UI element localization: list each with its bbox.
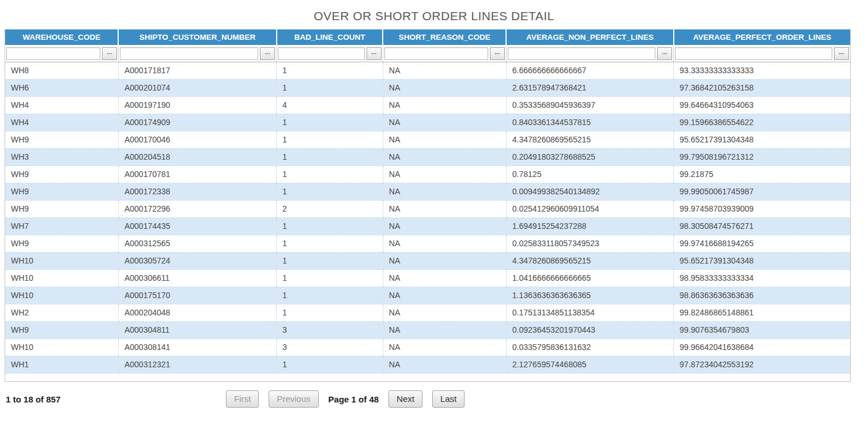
cell-warehouse_code: WH9 xyxy=(5,166,118,183)
previous-page-button[interactable]: Previous xyxy=(269,390,318,408)
pager-controls: First Previous Page 1 of 48 Next Last xyxy=(226,390,474,408)
cell-average_non_perfect_lines: 0.09236453201970443 xyxy=(506,322,673,339)
cell-average_perfect_order_lines: 95.65217391304348 xyxy=(674,131,850,149)
column-header-short_reason_code[interactable]: SHORT_REASON_CODE xyxy=(383,29,506,46)
cell-shipto_customer_number: A000174909 xyxy=(118,114,276,131)
table-row: WH7A0001744351NA1.69491525423728898.3050… xyxy=(5,218,850,235)
cell-shipto_customer_number: A000197190 xyxy=(118,97,276,114)
filter-input-average_non_perfect_lines[interactable] xyxy=(508,47,655,60)
cell-bad_line_count: 1 xyxy=(277,166,383,183)
cell-shipto_customer_number: A000312321 xyxy=(118,356,276,374)
filter-cell-shipto_customer_number: ... xyxy=(118,46,276,62)
cell-bad_line_count: 1 xyxy=(277,131,383,149)
cell-short_reason_code: NA xyxy=(383,97,506,114)
filter-input-short_reason_code[interactable] xyxy=(384,47,488,60)
column-header-bad_line_count[interactable]: BAD_LINE_COUNT xyxy=(277,29,383,46)
cell-warehouse_code: WH9 xyxy=(5,201,118,218)
cell-bad_line_count: 1 xyxy=(277,218,383,235)
cell-warehouse_code: WH1 xyxy=(5,356,118,374)
cell-average_perfect_order_lines: 99.99050061745987 xyxy=(674,183,850,201)
column-header-average_perfect_order_lines[interactable]: AVERAGE_PERFECT_ORDER_LINES xyxy=(674,29,850,46)
page-indicator: Page 1 of 48 xyxy=(329,394,379,404)
cell-shipto_customer_number: A000204518 xyxy=(118,149,276,166)
cell-short_reason_code: NA xyxy=(383,253,506,270)
header-row: WAREHOUSE_CODESHIPTO_CUSTOMER_NUMBERBAD_… xyxy=(5,29,850,46)
data-grid-container: WAREHOUSE_CODESHIPTO_CUSTOMER_NUMBERBAD_… xyxy=(5,29,851,382)
filter-input-warehouse_code[interactable] xyxy=(6,47,100,60)
cell-shipto_customer_number: A000305724 xyxy=(118,253,276,270)
cell-shipto_customer_number: A000312565 xyxy=(118,235,276,253)
cell-average_non_perfect_lines: 1.0416666666666665 xyxy=(506,270,673,287)
filter-cell-average_perfect_order_lines: ... xyxy=(674,46,850,62)
cell-short_reason_code: NA xyxy=(383,356,506,374)
cell-warehouse_code: WH4 xyxy=(5,97,118,114)
cell-average_perfect_order_lines: 98.30508474576271 xyxy=(674,218,850,235)
cell-average_non_perfect_lines: 0.35335689045936397 xyxy=(506,97,673,114)
cell-shipto_customer_number: A000308141 xyxy=(118,339,276,356)
filter-input-bad_line_count[interactable] xyxy=(278,47,365,60)
cell-warehouse_code: WH8 xyxy=(5,62,118,80)
cell-short_reason_code: NA xyxy=(383,114,506,131)
column-header-warehouse_code[interactable]: WAREHOUSE_CODE xyxy=(5,29,118,46)
table-row: WH9A0001723381NA0.00949938254013489299.9… xyxy=(5,183,850,201)
cell-shipto_customer_number: A000170046 xyxy=(118,131,276,149)
table-row: WH10A0003066111NA1.041666666666666598.95… xyxy=(5,270,850,287)
cell-shipto_customer_number: A000304811 xyxy=(118,322,276,339)
cell-average_non_perfect_lines: 4.3478260869565215 xyxy=(506,253,673,270)
cell-short_reason_code: NA xyxy=(383,166,506,183)
cell-short_reason_code: NA xyxy=(383,270,506,287)
cell-shipto_customer_number: A000201074 xyxy=(118,80,276,97)
table-row: WH4A0001749091NA0.840336134453781599.159… xyxy=(5,114,850,131)
filter-cell-short_reason_code: ... xyxy=(383,46,506,62)
cell-bad_line_count: 1 xyxy=(277,287,383,304)
column-header-shipto_customer_number[interactable]: SHIPTO_CUSTOMER_NUMBER xyxy=(118,29,276,46)
filter-input-average_perfect_order_lines[interactable] xyxy=(675,47,832,60)
cell-average_perfect_order_lines: 99.15966386554622 xyxy=(674,114,850,131)
cell-average_perfect_order_lines: 98.95833333333334 xyxy=(674,270,850,287)
table-row: WH1A0003123211NA2.12765957446808597.8723… xyxy=(5,356,850,374)
filter-options-button[interactable]: ... xyxy=(657,47,672,60)
cell-shipto_customer_number: A000172296 xyxy=(118,201,276,218)
table-row: WH6A0002010741NA2.63157894736842197.3684… xyxy=(5,80,850,97)
cell-average_non_perfect_lines: 0.78125 xyxy=(506,166,673,183)
cell-average_perfect_order_lines: 98.86363636363636 xyxy=(674,287,850,304)
filter-options-button[interactable]: ... xyxy=(102,47,117,60)
cell-warehouse_code: WH9 xyxy=(5,235,118,253)
cell-average_non_perfect_lines: 4.3478260869565215 xyxy=(506,131,673,149)
table-row: WH9A0003125651NA0.02583311805734952399.9… xyxy=(5,235,850,253)
cell-average_non_perfect_lines: 0.025412960609911054 xyxy=(506,201,673,218)
cell-short_reason_code: NA xyxy=(383,149,506,166)
first-page-button[interactable]: First xyxy=(226,390,259,408)
cell-warehouse_code: WH10 xyxy=(5,253,118,270)
filter-options-button[interactable]: ... xyxy=(834,47,849,60)
column-header-average_non_perfect_lines[interactable]: AVERAGE_NON_PERFECT_LINES xyxy=(506,29,673,46)
cell-bad_line_count: 1 xyxy=(277,114,383,131)
cell-short_reason_code: NA xyxy=(383,235,506,253)
filter-options-button[interactable]: ... xyxy=(367,47,382,60)
cell-shipto_customer_number: A000171817 xyxy=(118,62,276,80)
cell-bad_line_count: 1 xyxy=(277,253,383,270)
cell-short_reason_code: NA xyxy=(383,183,506,201)
record-range-label: 1 to 18 of 857 xyxy=(6,394,226,404)
filter-options-button[interactable]: ... xyxy=(260,47,275,60)
filter-input-shipto_customer_number[interactable] xyxy=(120,47,258,60)
pagination-bar: 1 to 18 of 857 First Previous Page 1 of … xyxy=(6,390,868,408)
table-row: WH3A0002045181NA0.2049180327868852599.79… xyxy=(5,149,850,166)
cell-bad_line_count: 1 xyxy=(277,356,383,374)
page-title: OVER OR SHORT ORDER LINES DETAIL xyxy=(0,9,868,23)
cell-short_reason_code: NA xyxy=(383,201,506,218)
last-page-button[interactable]: Last xyxy=(432,390,465,408)
cell-average_non_perfect_lines: 2.631578947368421 xyxy=(506,80,673,97)
cell-warehouse_code: WH7 xyxy=(5,218,118,235)
filter-cell-warehouse_code: ... xyxy=(5,46,118,62)
cell-warehouse_code: WH10 xyxy=(5,339,118,356)
cell-average_perfect_order_lines: 97.36842105263158 xyxy=(674,80,850,97)
table-row: WH10A0003057241NA4.347826086956521595.65… xyxy=(5,253,850,270)
filter-cell-bad_line_count: ... xyxy=(277,46,383,62)
filter-options-button[interactable]: ... xyxy=(490,47,505,60)
cell-average_perfect_order_lines: 99.64664310954063 xyxy=(674,97,850,114)
cell-short_reason_code: NA xyxy=(383,304,506,322)
cell-average_perfect_order_lines: 97.87234042553192 xyxy=(674,356,850,374)
cell-average_non_perfect_lines: 6.666666666666667 xyxy=(506,62,673,80)
next-page-button[interactable]: Next xyxy=(388,390,422,408)
